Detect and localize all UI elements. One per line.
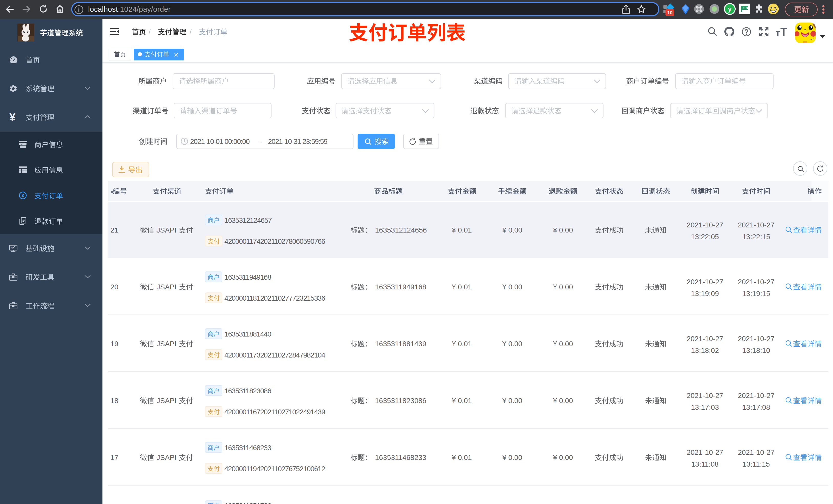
svg-text:¥: ¥	[22, 193, 24, 198]
svg-text:y: y	[728, 5, 732, 13]
